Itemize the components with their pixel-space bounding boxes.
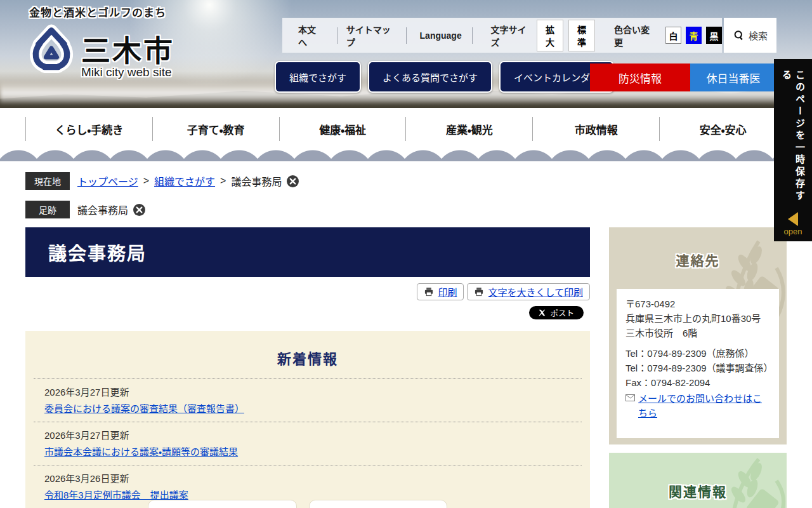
open-arrow-icon bbox=[788, 212, 798, 226]
footprint-item: 議会事務局 bbox=[77, 202, 128, 217]
utility-bar: 本文へ サイトマップ Language 文字サイズ 拡大 標準 色合い変更 白 … bbox=[282, 18, 776, 53]
mail-icon bbox=[625, 394, 635, 401]
site-name: 三木市 bbox=[81, 27, 174, 69]
divider bbox=[406, 27, 407, 44]
x-logo-icon bbox=[539, 309, 546, 316]
page-title: 議会事務局 bbox=[25, 227, 590, 277]
font-size-standard-button[interactable]: 標準 bbox=[568, 20, 595, 51]
page: 金物と酒米とゴルフのまち 三木市 Miki city web site bbox=[0, 0, 812, 508]
breadcrumb-link-organization[interactable]: 組織でさがす bbox=[154, 173, 215, 189]
current-location-label: 現在地 bbox=[25, 172, 70, 190]
news-date: 2026年3月27日更新 bbox=[44, 428, 579, 441]
postal-code: 〒673-0492 bbox=[625, 297, 770, 312]
contact-card: 〒673-0492 兵庫県三木市上の丸町10番30号 三木市役所 6階 Tel：… bbox=[617, 289, 779, 438]
contact-section: 連絡先 〒673-0492 兵庫県三木市上の丸町10番30号 三木市役所 6階 … bbox=[609, 227, 787, 444]
font-size-enlarge-button[interactable]: 拡大 bbox=[537, 20, 563, 51]
color-scheme-blue-button[interactable]: 青 bbox=[686, 27, 702, 44]
disaster-info-button[interactable]: 防災情報 bbox=[590, 64, 690, 91]
skip-to-content-link[interactable]: 本文へ bbox=[298, 23, 323, 48]
site-tagline: 金物と酒米とゴルフのまち bbox=[29, 4, 204, 20]
search-by-faq-button[interactable]: よくある質問でさがす bbox=[368, 61, 492, 93]
address-line1: 兵庫県三木市上の丸町10番30号 bbox=[625, 312, 770, 326]
color-scheme-white-button[interactable]: 白 bbox=[665, 27, 681, 44]
open-label: open bbox=[784, 227, 802, 236]
quick-links-row: 組織でさがす よくある質問でさがす イベントカレンダー bbox=[275, 61, 614, 93]
wave-divider bbox=[0, 150, 812, 161]
print-button[interactable]: 印刷 bbox=[417, 283, 464, 300]
color-scheme-black-button[interactable]: 黒 bbox=[706, 27, 722, 44]
news-section: 新着情報 2026年3月27日更新 委員会における議案の審査結果（審査報告書） … bbox=[25, 331, 590, 508]
news-category-button[interactable] bbox=[148, 500, 297, 508]
site-subtitle: Miki city web site bbox=[81, 65, 204, 79]
holiday-doctor-button[interactable]: 休日当番医 bbox=[690, 64, 776, 91]
main-navigation: くらし・手続き 子育て・教育 健康・福祉 産業・観光 市政情報 安全・安心 bbox=[0, 108, 812, 150]
color-scheme-label: 色合い変更 bbox=[614, 23, 655, 48]
nav-item-city-government[interactable]: 市政情報 bbox=[533, 108, 659, 150]
address-line2: 三木市役所 6階 bbox=[625, 326, 770, 341]
news-item: 2026年3月26日更新 令和8年3月定例市議会 提出議案 bbox=[25, 465, 590, 508]
search-icon bbox=[733, 29, 745, 42]
print-large-text-button[interactable]: 文字を大きくして印刷 bbox=[467, 283, 590, 300]
breadcrumb-separator: > bbox=[220, 175, 226, 187]
footprint-row: 足跡 議会事務局 bbox=[25, 201, 145, 218]
breadcrumb-close-icon[interactable] bbox=[287, 175, 299, 187]
footprint-label: 足跡 bbox=[25, 201, 70, 218]
breadcrumb-link-home[interactable]: トップページ bbox=[77, 173, 138, 189]
divider bbox=[472, 27, 473, 44]
divider bbox=[337, 27, 337, 44]
nav-item-industry-tourism[interactable]: 産業・観光 bbox=[406, 108, 532, 150]
contact-tel1: Tel：0794-89-2309（庶務係） bbox=[625, 347, 770, 361]
print-actions: 印刷 文字を大きくして印刷 bbox=[25, 283, 590, 300]
contact-tel2: Tel：0794-89-2309（議事調査係） bbox=[625, 361, 770, 376]
save-page-label: このページを一時保存する bbox=[780, 70, 806, 208]
news-title: 新着情報 bbox=[25, 347, 590, 368]
news-link[interactable]: 令和8年3月定例市議会 提出議案 bbox=[44, 490, 188, 500]
breadcrumb-current-page: 議会事務局 bbox=[231, 173, 282, 189]
search-label: 検索 bbox=[749, 29, 768, 42]
nav-item-childcare-education[interactable]: 子育て・教育 bbox=[153, 108, 279, 150]
x-post-button[interactable]: ポスト bbox=[529, 306, 584, 319]
miki-city-emblem-icon bbox=[27, 23, 76, 73]
news-link[interactable]: 委員会における議案の審査結果（審査報告書） bbox=[44, 403, 244, 414]
language-link[interactable]: Language bbox=[420, 30, 462, 41]
related-info-section: 関連情報 bbox=[609, 453, 787, 508]
search-by-organization-button[interactable]: 組織でさがす bbox=[275, 61, 361, 93]
font-size-label: 文字サイズ bbox=[491, 23, 532, 48]
contact-title: 連絡先 bbox=[609, 250, 787, 269]
nav-item-living-procedures[interactable]: くらし・手続き bbox=[26, 108, 152, 150]
news-date: 2026年3月27日更新 bbox=[44, 385, 579, 398]
breadcrumb-separator: > bbox=[143, 175, 149, 187]
contact-mail-link[interactable]: メールでのお問い合わせはこちら bbox=[638, 392, 770, 421]
news-link[interactable]: 市議会本会議における議案・請願等の審議結果 bbox=[44, 446, 238, 457]
sitemap-link[interactable]: サイトマップ bbox=[346, 23, 396, 48]
footprint-close-icon[interactable] bbox=[133, 204, 145, 216]
share-row: ポスト bbox=[25, 306, 584, 319]
breadcrumb: 現在地 トップページ > 組織でさがす > 議会事務局 bbox=[25, 172, 299, 190]
printer-icon bbox=[474, 287, 484, 297]
header-photo-banner: 金物と酒米とゴルフのまち 三木市 Miki city web site bbox=[0, 0, 812, 108]
search-button[interactable]: 検索 bbox=[724, 18, 776, 53]
news-item: 2026年3月27日更新 委員会における議案の審査結果（審査報告書） bbox=[25, 379, 590, 422]
nav-item-health-welfare[interactable]: 健康・福祉 bbox=[280, 108, 406, 150]
news-item: 2026年3月27日更新 市議会本会議における議案・請願等の審議結果 bbox=[25, 422, 590, 465]
news-category-button[interactable] bbox=[309, 500, 447, 508]
nav-item-safety-security[interactable]: 安全・安心 bbox=[660, 108, 786, 150]
related-info-title: 関連情報 bbox=[609, 481, 787, 500]
printer-icon bbox=[424, 287, 434, 297]
contact-fax: Fax：0794-82-2094 bbox=[625, 376, 770, 391]
save-page-side-tab[interactable]: このページを一時保存する open bbox=[774, 59, 812, 241]
site-logo[interactable]: 金物と酒米とゴルフのまち 三木市 Miki city web site bbox=[27, 4, 204, 79]
news-date: 2026年3月26日更新 bbox=[44, 471, 579, 485]
